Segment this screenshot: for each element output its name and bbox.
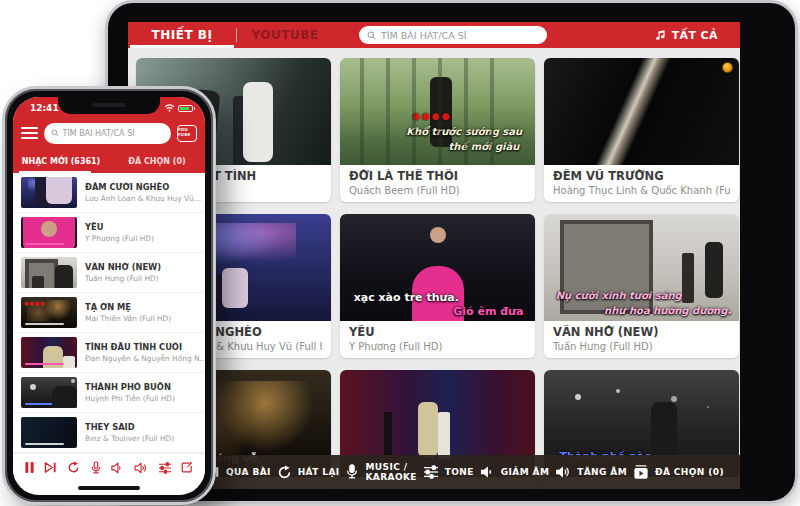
song-card[interactable]: Nụ cười xinh tươi sáng như hoa hướng dươ… [544,214,739,358]
song-title: VẪN NHỚ (NEW) [85,262,161,272]
list-item[interactable]: THEY SAID Binz & Touliver (Full HD) [13,413,205,453]
song-thumbnail [21,257,77,288]
menu-icon[interactable] [21,127,38,139]
iphone-search-box[interactable] [44,123,171,144]
iphone-tabs: NHẠC MỚI (6361) ĐÃ CHỌN (0) [13,149,205,173]
ipad-header: THIẾT BỊ YOUTUBE TẤT CẢ [128,22,740,48]
button-label: HÁT LẠI [298,467,340,477]
music-note-icon [654,29,667,42]
volume-down-button[interactable]: GIẢM ÂM [480,465,550,479]
list-item[interactable]: VẪN NHỚ (NEW) Tuấn Hưng (Full HD) [13,253,205,293]
song-artist: Tuấn Hưng (Full HD) [85,274,161,283]
replay-icon [277,465,292,480]
song-grid: ĐANG THẤT TÌNH (Full HD) ●●●● Khổ trước … [128,48,740,489]
screenshot-stage: THIẾT BỊ YOUTUBE TẤT CẢ ĐANG THẤT TÌNH (… [0,0,800,506]
battery-icon [178,105,193,112]
tab-label: ĐÃ CHỌN (0) [128,157,185,166]
song-artist: Mai Thiên Vân (Full HD) [85,314,171,323]
iphone-nav-bar: YOU TUBE [13,118,205,148]
playlist-icon [633,465,649,480]
tab-label: NHẠC MỚI (6361) [22,157,101,166]
lyric-line: như hoa hướng dương. [604,305,731,316]
iphone-bottom-toolbar [13,453,205,481]
song-thumbnail [21,337,77,368]
song-artist: Đan Nguyên & Nguyễn Hồng N… [85,354,205,363]
all-songs-label: TẤT CẢ [672,29,718,42]
youtube-button-label: YOU TUBE [178,128,196,137]
lyric-line: xạc xào tre thưa. [354,291,459,304]
song-card[interactable]: ●●●● Khổ trước sướng sau thế mới giàu ĐỜ… [340,58,535,202]
song-artist: Y Phương (Full HD) [349,341,526,352]
song-title: TÌNH ĐẦU TÌNH CUỐI [85,342,205,352]
song-artist: Hoàng Thục Linh & Quốc Khanh (Full HD) [553,185,730,196]
song-title: VẪN NHỚ (NEW) [553,325,730,339]
channel-badge-icon [722,62,733,73]
song-artist: Binz & Touliver (Full HD) [85,434,174,443]
list-item[interactable]: TÌNH ĐẦU TÌNH CUỐI Đan Nguyên & Nguyễn H… [13,333,205,373]
song-title: ĐÁM CƯỚI NGHÈO [85,182,201,192]
list-item[interactable]: ĐÁM CƯỚI NGHÈO Lưu Ánh Loan & Khưu Huy V… [13,173,205,213]
youtube-button[interactable]: YOU TUBE [177,125,197,142]
tone-button[interactable]: TONE [423,465,474,479]
song-thumbnail: ●●●● [21,297,77,328]
wifi-icon [164,104,175,112]
button-label: ĐÃ CHỌN (0) [655,467,724,477]
tone-sliders-icon [423,465,439,479]
song-title: THÀNH PHỐ BUỒN [85,382,175,392]
ipad-search-input[interactable] [381,30,539,41]
volume-up-icon[interactable] [134,462,148,474]
song-thumbnail [21,217,77,248]
button-label: TĂNG ÂM [577,467,627,477]
list-item[interactable]: YÊU Y Phương (Full HD) [13,213,205,253]
microphone-icon[interactable] [90,461,102,475]
button-label: MUSIC /KARAOKE [365,462,416,483]
song-card[interactable]: ĐÊM VŨ TRƯỜNG Hoàng Thục Linh & Quốc Kha… [544,58,739,202]
selected-songs-button[interactable]: ĐÃ CHỌN (0) [633,465,724,480]
button-label: GIẢM ÂM [501,467,550,477]
home-indicator[interactable] [78,486,140,490]
music-karaoke-button[interactable]: MUSIC /KARAOKE [345,462,416,483]
search-icon [51,129,59,137]
list-item[interactable]: ●●●● TẠ ƠN MẸ Mai Thiên Vân (Full HD) [13,293,205,333]
tab-thiet-bi[interactable]: THIẾT BỊ [128,22,236,48]
song-artist: Tuấn Hưng (Full HD) [553,341,730,352]
song-card[interactable]: xạc xào tre thưa. Gió êm đưa YÊU Y Phươn… [340,214,535,358]
list-item[interactable]: THÀNH PHỐ BUỒN Huỳnh Phi Tiễn (Full HD) [13,373,205,413]
volume-down-icon [480,465,495,479]
replay-icon[interactable] [67,461,80,474]
volume-up-button[interactable]: TĂNG ÂM [555,465,627,479]
song-artist: Quách Beem (Full HD) [349,185,526,196]
tab-youtube[interactable]: YOUTUBE [237,22,333,48]
song-title: YÊU [349,325,526,339]
song-title: YÊU [85,222,154,232]
song-thumbnail [21,377,77,408]
iphone-screen: 12:41 YOU TUBE NHẠC MỚI (6361) ĐÃ CHỌN (… [13,97,205,495]
tab-label: YOUTUBE [252,28,319,42]
lyric-line: Khổ trước sướng sau [406,126,522,137]
song-title: ĐÊM VŨ TRƯỜNG [553,169,730,183]
song-thumbnail: xạc xào tre thưa. Gió êm đưa [340,214,535,321]
iphone-notch [58,97,160,114]
all-songs-button[interactable]: TẤT CẢ [654,29,718,42]
song-thumbnail [21,177,77,208]
tab-da-chon[interactable]: ĐÃ CHỌN (0) [109,149,205,173]
replay-button[interactable]: HÁT LẠI [277,465,340,480]
tone-sliders-icon[interactable] [158,462,172,474]
ipad-bottom-toolbar: QUA BÀI HÁT LẠI MUSIC /KARAOKE TONE GIẢM… [128,455,740,489]
clock-time: 12:41 [30,103,59,113]
volume-down-icon[interactable] [111,462,124,474]
iphone-song-list: ĐÁM CƯỚI NGHÈO Lưu Ánh Loan & Khưu Huy V… [13,173,205,453]
volume-up-icon [555,465,571,479]
iphone-search-input[interactable] [63,129,164,138]
search-icon [367,31,376,40]
lyric-line: thế mới giàu [449,141,520,152]
song-thumbnail: ●●●● Khổ trước sướng sau thế mới giàu [340,58,535,165]
song-title: TẠ ƠN MẸ [85,302,171,312]
pause-icon[interactable] [24,461,35,474]
tab-nhac-moi[interactable]: NHẠC MỚI (6361) [13,149,109,173]
lyric-line: Nụ cười xinh tươi sáng [556,290,682,301]
skip-next-icon[interactable] [44,461,57,474]
song-artist: Lưu Ánh Loan & Khưu Huy Vũ… [85,194,201,203]
compose-icon[interactable] [181,461,194,474]
ipad-search-box[interactable] [359,26,547,44]
